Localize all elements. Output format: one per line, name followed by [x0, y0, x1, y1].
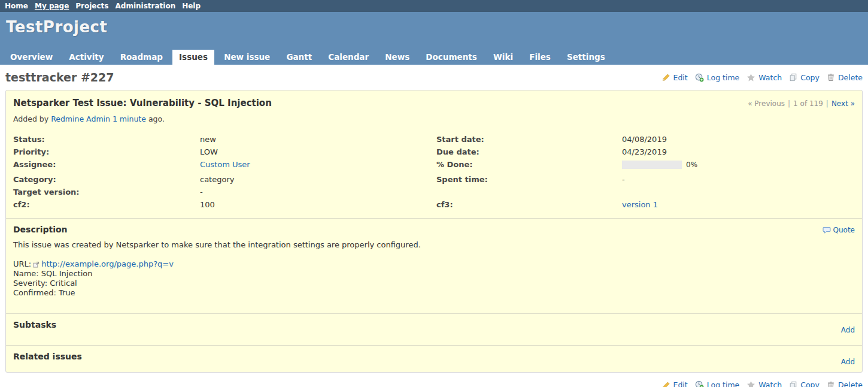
tab-roadmap[interactable]: Roadmap — [114, 50, 169, 65]
subtasks-section: Subtasks Add — [13, 320, 855, 338]
tab-new-issue[interactable]: New issue — [217, 50, 277, 65]
trash-icon — [827, 381, 835, 387]
copy-link[interactable]: Copy — [800, 380, 820, 387]
tab-documents[interactable]: Documents — [419, 50, 483, 65]
percent-done-value: 0% — [622, 161, 855, 169]
description-url-line: URL: http://example.org/page.php?q=v — [13, 259, 855, 269]
assignee-link[interactable]: Custom User — [200, 160, 250, 169]
attribute-row-assignee: Assignee: Custom User % Done: 0% — [13, 158, 855, 171]
description-heading: Description — [13, 225, 68, 234]
log-time-link[interactable]: Log time — [707, 73, 740, 82]
divider — [6, 345, 862, 346]
edit-link[interactable]: Edit — [673, 73, 688, 82]
star-icon — [746, 73, 755, 82]
tab-settings[interactable]: Settings — [560, 50, 612, 65]
top-menu-bar: HomeMy pageProjectsAdministrationHelp — [0, 0, 868, 12]
clock-plus-icon — [695, 73, 704, 82]
menu-administration[interactable]: Administration — [116, 2, 176, 10]
issue-actions-bottom: Edit Log time Watch Copy Delete — [662, 380, 863, 387]
progress-percent-text: 0% — [686, 161, 697, 169]
start-date-label: Start date: — [436, 135, 622, 144]
tab-activity[interactable]: Activity — [62, 50, 110, 65]
add-subtask-link[interactable]: Add — [841, 326, 855, 334]
due-date-label: Due date: — [436, 147, 622, 156]
copy-icon — [789, 73, 797, 81]
previous-link-disabled: « Previous — [748, 99, 785, 108]
clock-plus-icon — [695, 380, 704, 387]
external-link-icon — [33, 261, 40, 268]
priority-value: LOW — [200, 147, 436, 156]
content-area: testtracker #227 Edit Log time Watch Cop… — [0, 65, 868, 387]
cf3-label: cf3: — [436, 200, 622, 209]
quote-link[interactable]: Quote — [833, 226, 855, 234]
copy-icon — [789, 381, 797, 387]
pencil-icon — [662, 73, 670, 81]
author-link[interactable]: Redmine Admin — [51, 114, 110, 123]
cf3-version-link[interactable]: version 1 — [622, 200, 658, 209]
next-link[interactable]: Next » — [831, 99, 855, 108]
issue-pagination: « Previous|1 of 119|Next » — [748, 99, 855, 108]
menu-projects[interactable]: Projects — [75, 2, 108, 10]
trash-icon — [827, 73, 835, 81]
menu-help[interactable]: Help — [182, 2, 201, 10]
description-url-link[interactable]: http://example.org/page.php?q=v — [41, 259, 174, 269]
menu-my-page[interactable]: My page — [35, 2, 69, 10]
start-date-value: 04/08/2019 — [622, 135, 855, 144]
related-issues-heading: Related issues — [13, 352, 82, 361]
spent-time-value: - — [622, 175, 855, 184]
tab-issues[interactable]: Issues — [172, 50, 214, 65]
attribute-row-target-version: Target version: - — [13, 186, 855, 198]
main-menu: Overview Activity Roadmap Issues New iss… — [4, 50, 612, 65]
description-line: Name: SQL Injection — [13, 269, 855, 279]
author-line: Added by Redmine Admin 1 minute ago. — [13, 114, 855, 123]
edit-link[interactable]: Edit — [673, 380, 688, 387]
attribute-row-custom-fields: cf2: 100 cf3: version 1 — [13, 198, 855, 211]
attribute-row-category: Category: category Spent time: - — [13, 173, 855, 186]
assignee-label: Assignee: — [13, 160, 200, 169]
description-line: Confirmed: True — [13, 288, 855, 298]
header-band: TestProject Overview Activity Roadmap Is… — [0, 12, 868, 65]
divider — [6, 218, 862, 219]
percent-done-label: % Done: — [436, 160, 622, 169]
tab-files[interactable]: Files — [523, 50, 557, 65]
divider — [6, 313, 862, 314]
status-value: new — [200, 135, 436, 144]
url-label: URL: — [13, 259, 31, 269]
issue-subject: Netsparker Test Issue: Vulnerability - S… — [13, 98, 272, 108]
delete-link[interactable]: Delete — [838, 73, 863, 82]
related-issues-section: Related issues Add — [13, 352, 855, 365]
delete-link[interactable]: Delete — [838, 380, 863, 387]
log-time-link[interactable]: Log time — [707, 380, 740, 387]
tab-calendar[interactable]: Calendar — [321, 50, 375, 65]
subtasks-heading: Subtasks — [13, 320, 56, 329]
watch-link[interactable]: Watch — [758, 73, 782, 82]
copy-link[interactable]: Copy — [800, 73, 820, 82]
tab-news[interactable]: News — [378, 50, 416, 65]
issue-details-box: Netsparker Test Issue: Vulnerability - S… — [5, 90, 863, 373]
description-line: Severity: Critical — [13, 279, 855, 288]
description-paragraph: This issue was created by Netsparker to … — [13, 240, 855, 249]
watch-link[interactable]: Watch — [758, 380, 782, 387]
progress-bar — [622, 161, 682, 169]
priority-label: Priority: — [13, 147, 200, 156]
pencil-icon — [662, 381, 670, 387]
attribute-row-priority: Priority: LOW Due date: 04/23/2019 — [13, 146, 855, 158]
add-related-issue-link[interactable]: Add — [841, 358, 855, 366]
cf2-value: 100 — [200, 200, 436, 209]
tab-wiki[interactable]: Wiki — [487, 50, 520, 65]
due-date-value: 04/23/2019 — [622, 147, 855, 156]
tab-gantt[interactable]: Gantt — [280, 50, 318, 65]
spent-time-label: Spent time: — [436, 175, 622, 184]
created-time-link[interactable]: 1 minute — [113, 114, 146, 123]
status-label: Status: — [13, 135, 200, 144]
pagination-position: 1 of 119 — [793, 99, 823, 108]
category-value: category — [200, 175, 436, 184]
quote-icon — [823, 226, 831, 234]
menu-home[interactable]: Home — [5, 2, 28, 10]
target-version-label: Target version: — [13, 188, 200, 196]
cf2-label: cf2: — [13, 200, 200, 209]
tab-overview[interactable]: Overview — [4, 50, 59, 65]
description-section: Description Quote This issue was created… — [13, 225, 855, 306]
page-title: testtracker #227 — [5, 71, 114, 84]
attribute-row-status: Status: new Start date: 04/08/2019 — [13, 133, 855, 146]
